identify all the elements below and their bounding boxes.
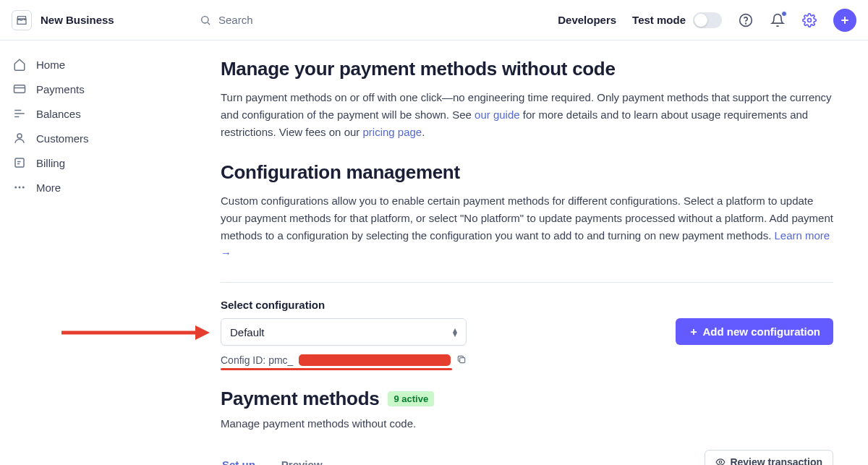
sidebar: Home Payments Balances Customers Billing… — [0, 40, 134, 465]
payment-methods-heading: Payment methods — [221, 388, 379, 410]
config-select-value: Default — [230, 326, 265, 338]
settings-icon[interactable] — [801, 12, 817, 28]
config-select[interactable]: Default ▴▾ — [221, 318, 467, 346]
search-input[interactable]: Search — [200, 14, 543, 26]
pricing-page-link[interactable]: pricing page — [362, 126, 422, 138]
sidebar-item-label: More — [36, 182, 61, 194]
svg-point-9 — [22, 187, 25, 189]
svg-rect-4 — [14, 85, 25, 93]
payment-methods-sub: Manage payment methods without code. — [221, 417, 833, 430]
store-icon — [12, 10, 32, 30]
sidebar-item-label: Customers — [36, 132, 89, 145]
annotation-underline — [221, 368, 452, 370]
plus-icon — [689, 327, 699, 337]
search-placeholder: Search — [218, 14, 253, 26]
tabs: Set up Preview — [221, 450, 324, 465]
copy-icon[interactable] — [456, 354, 468, 366]
main-content: Manage your payment methods without code… — [134, 40, 868, 465]
add-config-label: Add new configuration — [703, 325, 821, 338]
help-icon[interactable] — [738, 12, 754, 28]
review-transaction-label: Review transaction — [730, 456, 822, 465]
search-icon — [200, 14, 211, 26]
more-icon — [13, 181, 26, 194]
our-guide-link[interactable]: our guide — [475, 108, 520, 121]
config-mgmt-description: Custom configurations allow you to enabl… — [221, 192, 833, 262]
create-button[interactable] — [833, 9, 856, 32]
balances-icon — [13, 107, 26, 120]
home-icon — [13, 58, 26, 71]
active-badge: 9 active — [388, 391, 434, 406]
config-mgmt-heading: Configuration management — [221, 161, 833, 184]
sidebar-item-label: Billing — [36, 157, 65, 169]
developers-link[interactable]: Developers — [558, 14, 616, 26]
svg-point-3 — [808, 18, 812, 22]
chevron-updown-icon: ▴▾ — [453, 328, 457, 336]
card-icon — [13, 82, 26, 95]
sidebar-item-label: Home — [36, 59, 65, 71]
select-config-label: Select configuration — [221, 299, 833, 311]
sidebar-item-balances[interactable]: Balances — [0, 101, 134, 126]
svg-point-5 — [17, 134, 22, 138]
sidebar-item-payments[interactable]: Payments — [0, 77, 134, 101]
divider — [221, 282, 833, 283]
svg-rect-6 — [15, 158, 24, 167]
svg-point-7 — [14, 187, 17, 189]
sidebar-item-home[interactable]: Home — [0, 52, 134, 77]
svg-point-8 — [19, 187, 21, 189]
person-icon — [13, 132, 26, 145]
sidebar-item-more[interactable]: More — [0, 175, 134, 200]
brand-name: New Business — [41, 14, 114, 26]
sidebar-item-label: Payments — [36, 83, 85, 95]
svg-point-0 — [202, 16, 208, 22]
tab-preview[interactable]: Preview — [280, 450, 324, 465]
sidebar-item-label: Balances — [36, 108, 81, 120]
test-mode-label: Test mode — [632, 14, 686, 26]
sidebar-item-customers[interactable]: Customers — [0, 126, 134, 150]
test-mode-toggle[interactable] — [693, 12, 722, 28]
notifications-icon[interactable] — [770, 12, 786, 28]
svg-rect-10 — [460, 358, 465, 363]
svg-point-11 — [720, 461, 723, 464]
config-id-row: Config ID: pmc_ — [221, 354, 833, 366]
tab-setup[interactable]: Set up — [221, 450, 257, 465]
svg-point-2 — [746, 23, 746, 24]
config-id-prefix: Config ID: pmc_ — [221, 354, 293, 366]
review-transaction-button[interactable]: Review transaction — [705, 450, 833, 465]
manage-heading: Manage your payment methods without code — [221, 58, 833, 80]
eye-icon — [715, 457, 726, 465]
receipt-icon — [13, 156, 26, 169]
config-id-redacted — [299, 354, 451, 366]
notification-dot — [781, 11, 787, 17]
add-config-button[interactable]: Add new configuration — [676, 318, 834, 345]
manage-description: Turn payment methods on or off with one … — [221, 89, 833, 141]
sidebar-item-billing[interactable]: Billing — [0, 150, 134, 175]
brand: New Business — [12, 10, 185, 30]
